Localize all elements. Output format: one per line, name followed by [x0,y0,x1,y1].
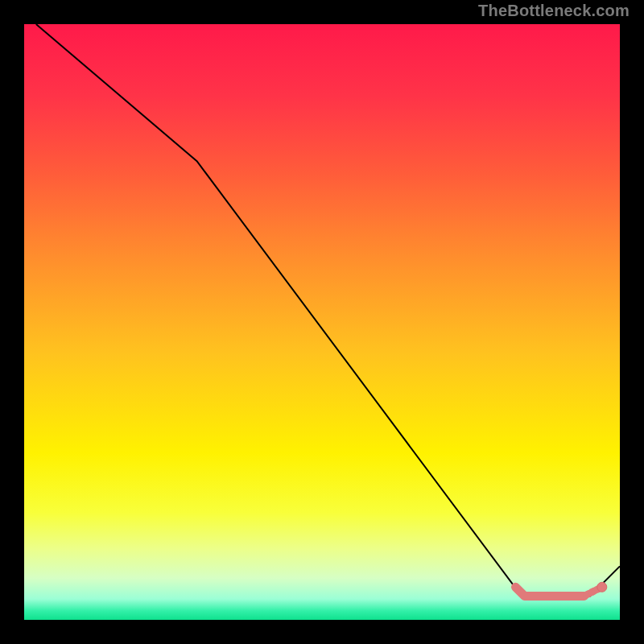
attribution-label: TheBottleneck.com [478,2,630,20]
chart-stage: TheBottleneck.com [0,0,644,644]
plot-area [24,24,620,620]
marker-dashes [587,588,600,595]
svg-line-0 [587,593,589,595]
marker-segment [516,587,584,596]
plot-svg [24,24,620,620]
curve-line [36,24,620,596]
gradient-background [24,24,620,620]
svg-line-2 [597,588,599,590]
svg-line-1 [592,591,594,592]
endpoint-marker [597,582,607,592]
